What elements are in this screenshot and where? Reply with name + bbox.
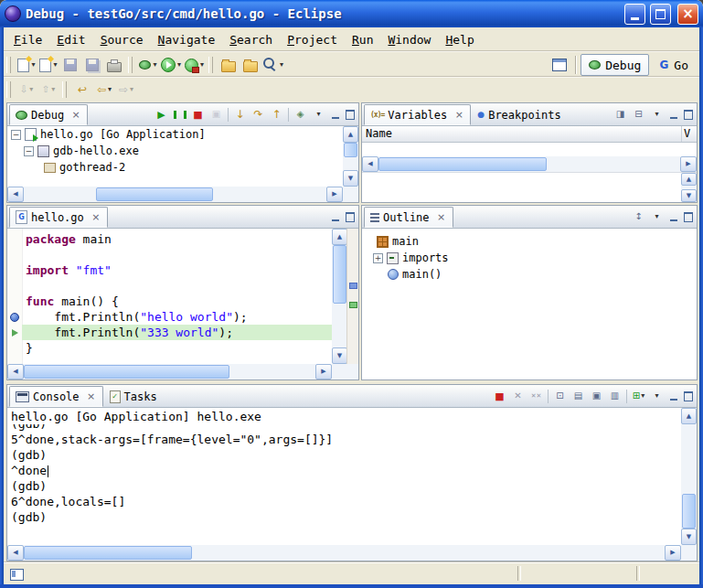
menu-search[interactable]: Search [222,30,280,49]
code-line[interactable] [22,247,332,262]
gutter-cell[interactable] [7,262,22,278]
scrollbar-thumb[interactable] [333,245,346,304]
suspend-button[interactable] [171,105,188,123]
outline-item-package[interactable]: main [362,233,697,250]
code-line[interactable]: fmt.Println("hello world"); [22,309,332,325]
scrollbar-thumb[interactable] [682,494,696,529]
scroll-left-button[interactable] [7,187,24,202]
show-type-names-button[interactable]: ◨ [612,105,629,123]
next-annotation-button[interactable]: ⇩▾ [16,80,37,100]
save-button[interactable] [59,55,81,75]
horizontal-scrollbar[interactable] [7,364,332,380]
disconnect-button[interactable]: ▣ [208,105,225,123]
scroll-left-button[interactable] [7,364,24,380]
external-tools-button[interactable]: ▾ [183,55,206,75]
debug-tree-row-process[interactable]: gdb-hello.exe [7,143,358,159]
toolbar-grip[interactable] [128,57,133,73]
expander-icon[interactable] [11,130,21,140]
pin-console-button[interactable]: ▣ [588,387,605,405]
toolbar-grip[interactable] [62,81,67,98]
toolbar-grip[interactable] [6,57,11,73]
tab-hello-go[interactable]: hello.go [9,207,108,228]
toolbar-grip[interactable] [208,57,213,73]
menu-file[interactable]: File [6,30,49,49]
scrollbar-track[interactable] [378,156,680,172]
horizontal-scrollbar[interactable] [7,187,343,202]
tab-breakpoints[interactable]: ● Breakpoints [472,105,566,124]
code-line[interactable] [22,278,332,294]
scrollbar-track[interactable] [332,245,347,347]
code-area[interactable]: package main import "fmt" func main() { … [22,229,332,364]
minimize-window-button[interactable] [624,4,645,25]
gutter-cell[interactable] [7,247,22,262]
menu-run[interactable]: Run [345,30,380,49]
toolbar-grip[interactable] [6,81,11,98]
back-button[interactable]: ⇦▾ [93,80,115,100]
scroll-up-button[interactable] [681,173,697,186]
open-console-button[interactable]: ⊞▾ [630,387,647,405]
expander-icon[interactable] [373,253,383,263]
gutter-cell[interactable] [7,309,22,325]
console-maximize-button[interactable] [681,389,695,403]
collapse-all-button[interactable]: ⊟ [630,105,647,123]
close-editor-button[interactable] [91,212,101,223]
horizontal-scrollbar[interactable] [7,545,681,561]
tab-debug[interactable]: Debug [9,104,88,125]
search-button[interactable]: ▾ [261,55,285,75]
scrollbar-thumb[interactable] [344,143,357,157]
remove-launch-button[interactable]: ✕ [509,387,527,405]
scroll-right-button[interactable] [315,364,332,380]
print-button[interactable] [103,55,125,75]
scroll-right-button[interactable] [680,156,697,172]
close-view-button[interactable] [436,212,447,223]
vertical-scrollbar[interactable] [332,229,347,364]
variables-detail-pane[interactable] [362,172,697,202]
gutter-cell[interactable] [7,325,22,340]
debug-perspective-button[interactable]: Debug [581,54,649,76]
fast-view-button[interactable] [8,567,25,582]
close-view-button[interactable] [453,110,464,121]
horizontal-scrollbar[interactable] [362,156,697,172]
debug-view-menu-button[interactable]: ▾ [310,105,327,123]
overview-ruler[interactable] [346,229,358,364]
open-project-button[interactable] [240,55,261,75]
menu-source[interactable]: Source [93,30,151,49]
step-return-button[interactable]: ↑ [268,105,285,123]
tab-console[interactable]: Console [9,386,103,407]
scroll-up-button[interactable] [681,408,697,424]
vertical-scrollbar[interactable] [681,408,697,545]
debug-tree-row-launch[interactable]: hello.go [Go Application] [7,126,358,143]
scroll-right-button[interactable] [326,187,343,202]
go-perspective-button[interactable]: Go [651,55,696,75]
editor-marker-bar[interactable] [7,229,23,364]
editor-minimize-button[interactable] [328,209,342,224]
run-launch-button[interactable]: ▾ [159,55,183,75]
title-bar[interactable]: Debug - testGo/src/cmd/hello.go - Eclips… [0,0,703,27]
menu-edit[interactable]: Edit [49,30,92,49]
scrollbar-thumb[interactable] [24,546,192,560]
terminate-button[interactable]: ■ [491,387,508,405]
scroll-down-button[interactable] [343,170,358,187]
scroll-left-button[interactable] [362,156,378,172]
close-view-button[interactable] [86,391,97,402]
terminate-button[interactable]: ■ [189,105,207,123]
menu-window[interactable]: Window [380,30,438,49]
open-perspective-button[interactable] [549,55,570,75]
outline-minimize-button[interactable] [666,209,680,224]
save-all-button[interactable] [81,55,103,75]
gutter-cell[interactable] [7,340,22,356]
outline-view-menu-button[interactable]: ▾ [648,208,666,226]
menu-navigate[interactable]: Navigate [151,30,223,49]
gutter-cell[interactable] [7,231,22,247]
vertical-scrollbar[interactable] [681,173,697,202]
tab-outline[interactable]: Outline [364,207,453,228]
column-header-name[interactable]: Name [362,126,681,142]
debug-minimize-button[interactable] [328,107,342,122]
menu-help[interactable]: Help [438,30,481,49]
vertical-scrollbar[interactable] [343,126,358,187]
code-line[interactable]: } [22,340,332,356]
scrollbar-thumb[interactable] [378,157,547,171]
console-output[interactable]: (gdb) 5^done,stack-args=[frame={level="0… [7,424,681,545]
scroll-down-button[interactable] [681,529,697,545]
variables-maximize-button[interactable] [681,107,695,122]
